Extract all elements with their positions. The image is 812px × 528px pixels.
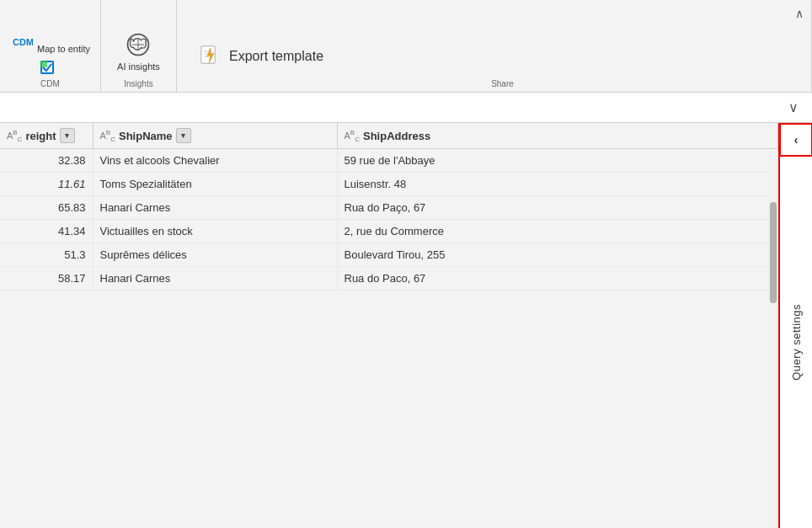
- cdm-section-label: CDM: [7, 77, 93, 92]
- brain-svg: [125, 29, 152, 60]
- filter-input[interactable]: [3, 101, 778, 114]
- table-row: 11.61Toms SpezialitätenLuisenstr. 48: [0, 173, 778, 196]
- scroll-track[interactable]: [768, 152, 778, 528]
- toolbar: CDM Map to entity CDM: [0, 0, 812, 93]
- share-section-label: Share: [199, 77, 806, 92]
- data-table: ABC reight ▾ ABC ShipName ▾: [0, 123, 778, 291]
- cell-freight: 58.17: [0, 267, 93, 291]
- freight-type-icon: ABC: [7, 129, 22, 143]
- query-settings-chevron-icon: ‹: [794, 133, 799, 147]
- cell-freight: 32.38: [0, 149, 93, 173]
- col-shipname-label: ShipName: [119, 130, 173, 142]
- filter-chevron-button[interactable]: ∨: [778, 93, 809, 123]
- table-row: 51.3Suprêmes délicesBoulevard Tirou, 255: [0, 243, 778, 267]
- export-svg: [199, 45, 222, 68]
- filter-bar: ∨: [0, 93, 812, 123]
- main-area: ABC reight ▾ ABC ShipName ▾: [0, 123, 812, 528]
- cell-shipaddress: Luisenstr. 48: [337, 173, 778, 196]
- table-body: 32.38Vins et alcools Chevalier59 rue de …: [0, 149, 778, 291]
- query-settings-panel[interactable]: ‹ Query settings: [778, 123, 812, 528]
- chevron-down-icon: ∨: [788, 99, 799, 115]
- checkbox-icon: [39, 60, 61, 75]
- cell-shipaddress: Rua do Paco, 67: [337, 267, 778, 291]
- export-icon: [199, 45, 222, 68]
- scroll-thumb[interactable]: [770, 202, 777, 303]
- cell-shipname: Suprêmes délices: [93, 243, 337, 267]
- cell-freight: 11.61: [0, 173, 93, 196]
- svg-text:CDM: CDM: [13, 37, 33, 47]
- ai-insights-button[interactable]: AI insights: [110, 28, 167, 77]
- cell-shipname: Vins et alcools Chevalier: [93, 149, 337, 173]
- freight-dropdown-button[interactable]: ▾: [60, 128, 75, 143]
- collapse-ribbon-container: ∧: [790, 3, 809, 24]
- toolbar-cdm-section: CDM Map to entity CDM: [0, 0, 101, 92]
- toolbar-share-section: Export template Share: [177, 0, 812, 92]
- query-settings-label: Query settings: [790, 304, 803, 381]
- cdm-icon: CDM: [10, 29, 34, 53]
- map-to-entity-label: Map to entity: [37, 44, 90, 55]
- cell-shipname: Victuailles en stock: [93, 220, 337, 243]
- col-header-shipaddress: ABC ShipAddress: [337, 123, 778, 149]
- shipname-type-icon: ABC: [100, 129, 115, 143]
- cell-freight: 51.3: [0, 243, 93, 267]
- table-row: 65.83Hanari CarnesRua do Paço, 67: [0, 196, 778, 220]
- cell-shipname: Hanari Carnes: [93, 267, 337, 291]
- check-svg: [40, 61, 59, 74]
- table-row: 41.34Victuailles en stock2, rue du Comme…: [0, 220, 778, 243]
- cell-shipaddress: Rua do Paço, 67: [337, 196, 778, 220]
- table-row: 58.17Hanari CarnesRua do Paco, 67: [0, 267, 778, 291]
- cell-shipaddress: Boulevard Tirou, 255: [337, 243, 778, 267]
- ai-insights-label: AI insights: [117, 61, 160, 72]
- collapse-ribbon-button[interactable]: ∧: [790, 3, 809, 24]
- insights-section-label: Insights: [110, 77, 168, 92]
- collapse-up-icon: ∧: [795, 7, 804, 20]
- cell-freight: 41.34: [0, 220, 93, 243]
- ai-insights-icon: [125, 31, 152, 58]
- cdm-svg: CDM: [11, 30, 33, 52]
- cell-shipname: Hanari Carnes: [93, 196, 337, 220]
- export-template-label: Export template: [229, 49, 323, 64]
- col-freight-label: reight: [25, 130, 56, 142]
- toolbar-insights-section: AI insights Insights: [101, 0, 177, 92]
- shipaddress-type-icon: ABC: [345, 129, 360, 143]
- query-settings-collapse-button[interactable]: ‹: [779, 123, 812, 157]
- col-header-shipname: ABC ShipName ▾: [93, 123, 337, 149]
- svg-rect-2: [40, 61, 47, 67]
- data-table-container: ABC reight ▾ ABC ShipName ▾: [0, 123, 778, 528]
- cell-shipaddress: 59 rue de l'Abbaye: [337, 149, 778, 173]
- col-shipaddress-label: ShipAddress: [363, 130, 430, 142]
- map-to-entity-button[interactable]: CDM Map to entity: [7, 28, 93, 58]
- table-header-row: ABC reight ▾ ABC ShipName ▾: [0, 123, 778, 149]
- cell-shipaddress: 2, rue du Commerce: [337, 220, 778, 243]
- query-settings-label-container: Query settings: [790, 157, 803, 528]
- col-header-freight: ABC reight ▾: [0, 123, 93, 149]
- shipname-dropdown-button[interactable]: ▾: [176, 128, 191, 143]
- export-template-button[interactable]: Export template: [190, 40, 332, 73]
- table-row: 32.38Vins et alcools Chevalier59 rue de …: [0, 149, 778, 173]
- cell-freight: 65.83: [0, 196, 93, 220]
- cell-shipname: Toms Spezialitäten: [93, 173, 337, 196]
